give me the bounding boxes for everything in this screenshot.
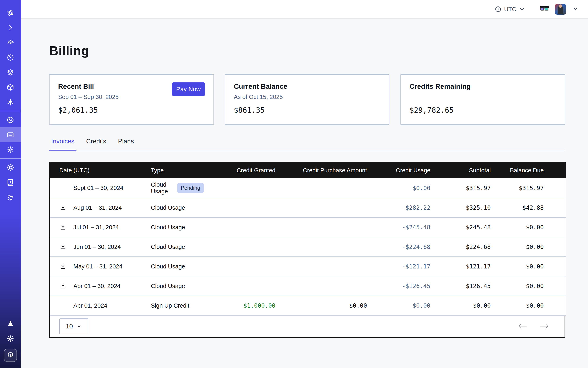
invoice-date: Jul 01 – 31, 2024 — [73, 224, 119, 231]
support-wheel-icon — [7, 164, 14, 171]
invoice-type: Cloud Usage — [151, 181, 173, 195]
clock-icon — [495, 6, 502, 13]
balance-due-value: $315.97 — [491, 178, 566, 198]
pay-now-button[interactable]: Pay Now — [172, 83, 205, 96]
invoice-type: Sign Up Credit — [151, 302, 190, 309]
credit-purchase-value — [275, 237, 367, 257]
download-invoice-button[interactable] — [59, 204, 67, 211]
user-avatar[interactable] — [555, 4, 566, 15]
svg-text:$: $ — [9, 353, 11, 357]
invoice-type: Cloud Usage — [151, 263, 185, 270]
download-icon — [59, 224, 67, 231]
credit-purchase-value — [275, 276, 367, 296]
balance-due-value: $0.00 — [491, 237, 566, 257]
sidebar-item-functions[interactable] — [0, 95, 21, 110]
credit-granted-value — [204, 198, 275, 217]
chevron-down-icon — [76, 324, 82, 329]
chevron-down-icon — [519, 6, 526, 13]
user-menu-button[interactable] — [572, 5, 579, 13]
credit-purchase-value — [275, 217, 367, 237]
sidebar-credits-button[interactable]: $ — [4, 349, 17, 362]
sidebar-divider — [0, 158, 21, 159]
credits-remaining-card: Credits Remaining $29,782.65 — [400, 74, 565, 125]
credit-usage-value: -$245.48 — [367, 217, 430, 237]
invoice-type: Cloud Usage — [151, 283, 185, 289]
invoice-type: Cloud Usage — [151, 204, 185, 211]
sidebar-item-docs[interactable] — [0, 175, 21, 190]
table-row: Apr 01, 2024 Sign Up Credit $1,000.00 $0… — [50, 296, 566, 315]
download-icon — [59, 204, 67, 211]
cube-icon — [7, 83, 14, 91]
view-mode-button[interactable] — [540, 5, 549, 13]
sidebar-item-traces[interactable] — [0, 35, 21, 50]
table-header-row: Date (UTC) Type Credit Granted Credit Pu… — [50, 162, 566, 178]
download-invoice-button[interactable] — [59, 224, 67, 231]
tab-invoices[interactable]: Invoices — [49, 138, 76, 150]
history-timer-icon — [7, 54, 14, 61]
download-icon — [59, 282, 67, 290]
current-balance-card: Current Balance As of Oct 15, 2025 $861.… — [225, 74, 390, 125]
sidebar-item-billing[interactable] — [0, 127, 21, 142]
credits-remaining-amount: $29,782.65 — [409, 106, 556, 114]
recent-bill-card: Recent Bill Sep 01 – Sep 30, 2025 $2,061… — [49, 74, 214, 125]
sidebar-item-history[interactable] — [0, 50, 21, 65]
sidebar-item-layers[interactable] — [0, 65, 21, 80]
subtotal-value: $121.17 — [430, 257, 491, 276]
subtotal-value: $325.10 — [430, 198, 491, 217]
sidebar-item-support[interactable] — [0, 160, 21, 175]
layers-icon — [7, 69, 14, 76]
col-balance-due: Balance Due — [491, 162, 566, 178]
invoice-type: Cloud Usage — [151, 244, 185, 250]
page-size-value: 10 — [66, 323, 73, 330]
tab-plans[interactable]: Plans — [116, 138, 136, 150]
next-page-button[interactable] — [539, 322, 549, 331]
download-invoice-button[interactable] — [59, 263, 67, 270]
card-subtitle — [409, 94, 556, 101]
credit-usage-value: $0.00 — [367, 178, 430, 198]
sidebar-item-expand[interactable] — [0, 20, 21, 35]
sidebar-item-models[interactable] — [0, 80, 21, 95]
credit-purchase-value: $0.00 — [275, 296, 367, 315]
table-row: Apr 01 – 30, 2024 Cloud Usage -$126.45 $… — [50, 276, 566, 296]
settings-gear-icon — [7, 146, 14, 154]
balance-due-value: $0.00 — [491, 276, 566, 296]
col-credit-granted: Credit Granted — [204, 162, 275, 178]
sidebar-item-settings[interactable] — [0, 142, 21, 157]
invoice-date: May 01 – 31, 2024 — [73, 263, 122, 270]
credit-usage-value: -$224.68 — [367, 237, 430, 257]
sidebar-item-getting-started[interactable] — [0, 190, 21, 205]
col-subtotal: Subtotal — [430, 162, 491, 178]
card-subtitle: As of Oct 15, 2025 — [234, 94, 381, 101]
balance-due-value: $0.00 — [491, 217, 566, 237]
download-invoice-button[interactable] — [59, 282, 67, 290]
current-balance-amount: $861.35 — [234, 106, 381, 114]
sidebar-item-home[interactable] — [0, 5, 21, 20]
pagination-controls — [518, 322, 549, 331]
subtotal-value: $224.68 — [430, 237, 491, 257]
credit-granted-value — [204, 276, 275, 296]
sidebar-item-theme[interactable] — [0, 331, 21, 346]
tab-credits[interactable]: Credits — [84, 138, 108, 150]
col-date: Date (UTC) — [50, 162, 151, 178]
billing-tabs: Invoices Credits Plans — [49, 138, 565, 150]
credit-usage-value: $0.00 — [367, 296, 430, 315]
credit-granted-value: $1,000.00 — [204, 296, 275, 315]
col-credit-purchase-amount: Credit Purchase Amount — [275, 162, 367, 178]
3d-glasses-icon — [540, 5, 549, 12]
topbar: UTC — [21, 0, 588, 19]
timezone-selector[interactable]: UTC — [495, 6, 526, 13]
sidebar-item-labs[interactable] — [0, 316, 21, 331]
table-row: Aug 01 – 31, 2024 Cloud Usage -$282.22 $… — [50, 198, 566, 217]
sidebar-item-usage[interactable] — [0, 112, 21, 127]
sidebar: $ — [0, 0, 21, 368]
arrow-right-icon — [539, 323, 549, 330]
invoice-date: Apr 01, 2024 — [73, 302, 107, 309]
page-size-select[interactable]: 10 — [59, 318, 88, 334]
download-icon — [59, 243, 67, 250]
download-invoice-button[interactable] — [59, 243, 67, 250]
theme-sun-icon — [7, 335, 14, 342]
credit-granted-value — [204, 217, 275, 237]
balance-due-value: $0.00 — [491, 257, 566, 276]
previous-page-button[interactable] — [518, 322, 527, 331]
col-credit-usage: Credit Usage — [367, 162, 430, 178]
